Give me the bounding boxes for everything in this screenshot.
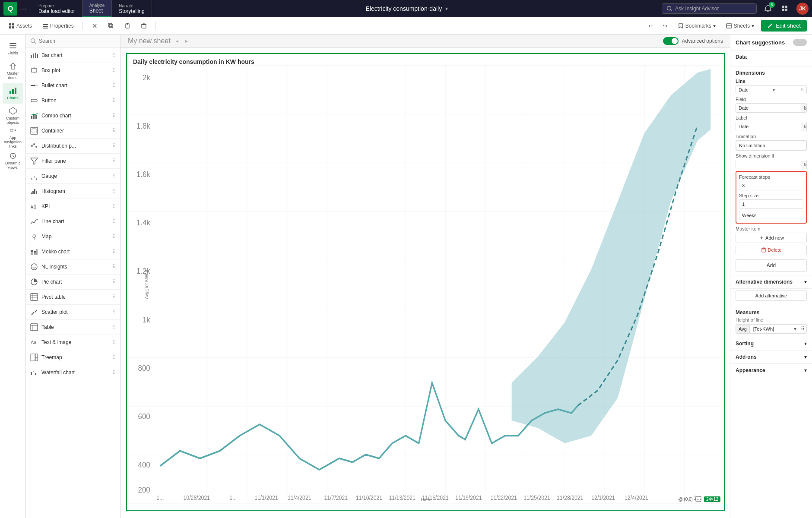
list-item[interactable]: Combo chart ⠿ <box>26 108 121 123</box>
paste-button[interactable] <box>121 21 134 31</box>
list-item[interactable]: Mekko chart ⠿ <box>26 244 121 259</box>
list-item[interactable]: NL Insights ⠿ <box>26 259 121 275</box>
field-fx-button[interactable]: fx <box>801 104 807 112</box>
cut-button[interactable] <box>88 21 101 31</box>
text-image-icon: Aa <box>30 338 38 346</box>
svg-rect-28 <box>10 45 16 46</box>
measures-section: Measures Height of line Avg [Tot-KWh] ▾ … <box>730 306 812 337</box>
advanced-options-switch[interactable] <box>663 37 679 45</box>
bookmarks-button[interactable]: Bookmarks ▾ <box>674 20 719 32</box>
svg-rect-86 <box>31 372 32 375</box>
panel-search-icon <box>30 38 36 44</box>
custom-objects-icon <box>9 107 17 115</box>
svg-rect-120 <box>763 248 764 249</box>
svg-rect-118 <box>762 249 765 252</box>
limitation-select[interactable]: No limitation Fixed number <box>736 141 806 150</box>
panel-search-input[interactable] <box>39 38 116 44</box>
svg-rect-20 <box>127 23 128 25</box>
measures-dropdown[interactable]: ▾ <box>792 325 798 333</box>
pivot-table-icon <box>30 293 38 301</box>
panel-search[interactable] <box>26 35 121 48</box>
list-item[interactable]: Container ⠿ <box>26 123 121 139</box>
sidebar-item-dynamic-views[interactable]: Dynamic views <box>3 150 23 171</box>
sidebar-item-charts[interactable]: Charts <box>3 83 23 104</box>
list-item[interactable]: Histogram ⠿ <box>26 184 121 199</box>
appearance-section[interactable]: Appearance ▾ <box>730 364 812 377</box>
bookmark-icon <box>678 23 684 29</box>
chart-svg: 2k 1.8k 1.6k 1.4k 1.2k 1k 800 600 400 20… <box>127 65 724 504</box>
label-fx-button[interactable]: fx <box>801 123 807 131</box>
properties-icon <box>42 23 48 29</box>
list-item[interactable]: Gauge ⠿ <box>26 169 121 184</box>
svg-rect-41 <box>32 69 37 72</box>
sidebar-item-custom-objects[interactable]: Custom objects <box>3 105 23 126</box>
redo-button[interactable]: ↪ <box>660 20 671 32</box>
nav-narrate[interactable]: Narrate Storytelling <box>112 0 152 17</box>
dimension-field-input[interactable] <box>736 104 801 112</box>
next-nav[interactable]: ▸ <box>184 37 190 45</box>
properties-button[interactable]: Properties <box>39 21 77 31</box>
edit-sheet-button[interactable]: Edit sheet <box>761 20 807 32</box>
search-input[interactable]: Ask Insight Advisor <box>662 3 757 14</box>
weeks-select[interactable]: Weeks Days Months <box>739 211 803 220</box>
list-item[interactable]: Filter pane ⠿ <box>26 154 121 169</box>
list-item[interactable]: Scatter plot ⠿ <box>26 305 121 320</box>
list-item[interactable]: Line chart ⠿ <box>26 214 121 229</box>
list-item[interactable]: Bar chart ⠿ <box>26 48 121 63</box>
user-avatar[interactable]: JK <box>796 3 809 15</box>
notifications-button[interactable]: 5 <box>762 3 774 15</box>
list-item[interactable]: Box plot ⠿ <box>26 63 121 78</box>
sorting-section[interactable]: Sorting ▾ <box>730 337 812 351</box>
list-item[interactable]: Distribution p... ⠿ <box>26 139 121 154</box>
chart-suggestions-toggle[interactable] <box>793 39 807 46</box>
copy-button[interactable] <box>105 21 117 31</box>
dimension-label-input[interactable] <box>736 122 801 131</box>
svg-text:400: 400 <box>138 460 150 469</box>
undo-button[interactable]: ↩ <box>645 20 656 32</box>
list-item[interactable]: Button ⠿ <box>26 93 121 108</box>
delete-button[interactable] <box>137 21 150 31</box>
top-nav: Q ··· Prepare Data load editor Analyze S… <box>0 0 812 17</box>
show-dimension-if-input[interactable] <box>736 160 801 169</box>
forecast-steps-input[interactable] <box>739 181 803 190</box>
step-size-input[interactable] <box>739 199 803 209</box>
svg-rect-12 <box>43 24 48 25</box>
brand-menu[interactable]: ··· <box>20 4 26 13</box>
list-item[interactable]: Table ⠿ <box>26 320 121 335</box>
svg-text:11/1/2021: 11/1/2021 <box>254 494 278 501</box>
sheets-button[interactable]: Sheets ▾ <box>723 20 758 32</box>
list-item[interactable]: Waterfall chart ⠿ <box>26 365 121 380</box>
bullet-chart-icon <box>30 82 38 89</box>
svg-text:600: 600 <box>138 412 150 421</box>
sidebar-item-app-nav[interactable]: App navigation links <box>3 128 23 148</box>
add-button[interactable]: Add <box>736 259 807 272</box>
dimension-field: fx <box>736 103 807 113</box>
dimension-date-dropdown[interactable]: Date ▾ ⠿ <box>736 85 807 94</box>
list-item[interactable]: Bullet chart ⠿ <box>26 78 121 93</box>
assets-button[interactable]: Assets <box>5 21 35 31</box>
nav-right: Ask Insight Advisor 5 JK <box>662 3 809 15</box>
list-item[interactable]: Pie chart ⠿ <box>26 275 121 290</box>
svg-rect-27 <box>10 43 16 44</box>
list-item[interactable]: Treemap ⠿ <box>26 350 121 365</box>
show-dim-fx-button[interactable]: fx <box>801 161 807 169</box>
addons-section[interactable]: Add-ons ▾ <box>730 351 812 364</box>
add-new-button[interactable]: Add new <box>736 233 807 243</box>
list-item[interactable]: #1 KPI ⠿ <box>26 199 121 214</box>
expand-icon <box>695 496 701 502</box>
nav-analyze[interactable]: Analyze Sheet <box>82 0 112 17</box>
list-item[interactable]: Map ⠿ <box>26 229 121 244</box>
apps-button[interactable] <box>779 3 791 15</box>
sidebar-item-master-items[interactable]: Master items <box>3 60 23 81</box>
prev-nav[interactable]: ◂ <box>174 37 180 45</box>
nav-prepare[interactable]: Prepare Data load editor <box>32 0 82 17</box>
sidebar-item-fields[interactable]: Fields <box>3 38 23 59</box>
add-alternative-button[interactable]: Add alternative <box>736 291 807 301</box>
title-dropdown-icon[interactable]: ▾ <box>445 6 448 12</box>
list-item[interactable]: Aa Text & image ⠿ <box>26 335 121 350</box>
delete-button[interactable]: Delete <box>736 245 807 255</box>
addons-chevron: ▾ <box>804 354 807 360</box>
container-icon <box>30 127 38 135</box>
alt-dimensions-section[interactable]: Alternative dimensions ▾ <box>730 275 812 289</box>
list-item[interactable]: Pivot table ⠿ <box>26 290 121 305</box>
